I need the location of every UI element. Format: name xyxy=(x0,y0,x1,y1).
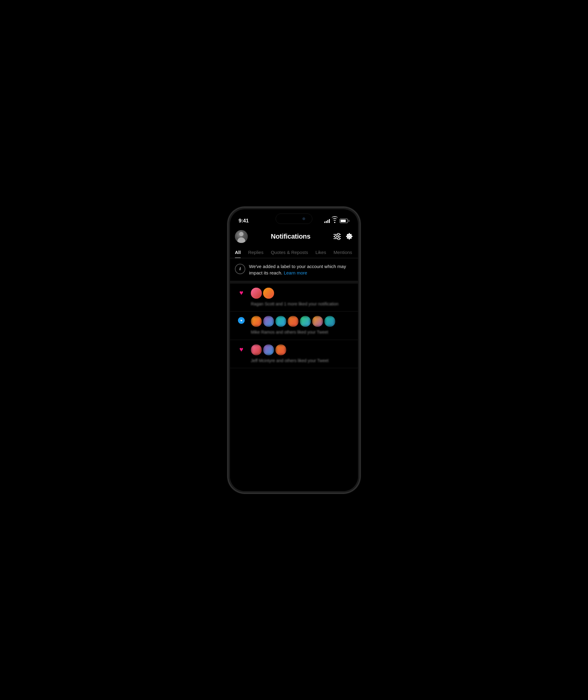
info-banner: i We've added a label to your account wh… xyxy=(230,258,358,281)
tab-all[interactable]: All xyxy=(235,246,241,258)
notif-text: Mike Ramos and others liked your Tweet xyxy=(251,329,353,335)
notif-avatar xyxy=(324,316,335,327)
heart-icon: ♥ xyxy=(239,289,243,307)
avatars-row xyxy=(251,344,353,356)
tab-mentions[interactable]: Mentions xyxy=(334,246,352,258)
settings-button[interactable] xyxy=(345,232,353,240)
notif-avatar xyxy=(312,316,323,327)
phone-screen: 9:41 xyxy=(230,209,358,491)
svg-point-1 xyxy=(337,233,339,235)
tab-likes[interactable]: Likes xyxy=(315,246,326,258)
like-icon: ♥ xyxy=(238,317,245,324)
notif-avatar xyxy=(288,316,299,327)
learn-more-link[interactable]: Learn more xyxy=(284,270,307,275)
notif-text: Ragan Scott and 1 more liked your notifi… xyxy=(251,301,353,307)
notif-icon-col: ♥ xyxy=(235,288,248,307)
svg-point-5 xyxy=(337,237,340,239)
filter-icon xyxy=(334,233,341,240)
heart-icon: ♥ xyxy=(239,345,243,364)
tab-replies[interactable]: Replies xyxy=(248,246,263,258)
notif-text: Jeff Mcintyre and others liked your Twee… xyxy=(251,358,353,364)
gear-icon xyxy=(345,232,353,240)
notif-avatar xyxy=(251,288,262,299)
wifi-icon xyxy=(332,219,337,223)
notif-content: Ragan Scott and 1 more liked your notifi… xyxy=(251,288,353,307)
notif-content: Mike Ramos and others liked your Tweet xyxy=(251,316,353,335)
camera-dot xyxy=(302,217,305,220)
bottom-fade xyxy=(230,454,358,491)
notif-avatar xyxy=(300,316,311,327)
notif-avatar xyxy=(275,344,286,356)
avatar[interactable] xyxy=(235,230,248,243)
status-icons xyxy=(324,219,349,223)
tabs: All Replies Quotes & Reposts Likes Menti… xyxy=(230,246,358,258)
notification-item[interactable]: ♥ Ragan Scott and 1 more liked your noti… xyxy=(230,283,358,312)
battery-icon xyxy=(340,219,349,223)
notif-avatar xyxy=(263,288,274,299)
notif-avatar xyxy=(275,316,286,327)
notif-icon-col: ♥ xyxy=(235,316,248,335)
notif-avatar xyxy=(263,316,274,327)
notif-avatar xyxy=(251,316,262,327)
info-message: We've added a label to your account whic… xyxy=(249,263,353,276)
svg-point-3 xyxy=(334,235,337,237)
tab-quotes-reposts[interactable]: Quotes & Reposts xyxy=(271,246,308,258)
notification-item[interactable]: ♥ xyxy=(230,311,358,340)
notif-avatar xyxy=(263,344,274,356)
header-actions xyxy=(334,232,353,240)
page-title: Notifications xyxy=(271,232,310,240)
info-icon: i xyxy=(235,264,245,274)
notif-avatar xyxy=(251,344,262,356)
notif-content: Jeff Mcintyre and others liked your Twee… xyxy=(251,344,353,364)
phone-frame: 9:41 xyxy=(228,207,360,493)
avatars-row xyxy=(251,316,353,327)
filter-button[interactable] xyxy=(334,233,341,240)
section-divider xyxy=(230,281,358,283)
dynamic-island xyxy=(276,213,312,224)
signal-icon xyxy=(324,219,330,223)
header: Notifications xyxy=(230,228,358,246)
notif-icon-col: ♥ xyxy=(235,344,248,364)
status-time: 9:41 xyxy=(239,218,249,224)
avatars-row xyxy=(251,288,353,299)
notification-item[interactable]: ♥ Jeff Mcintyre and others liked your Tw… xyxy=(230,340,358,369)
